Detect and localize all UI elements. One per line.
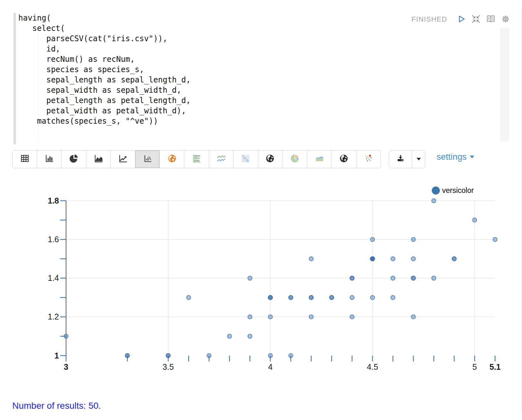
globe-dark-2-icon <box>339 154 349 165</box>
editor-scrollbar[interactable] <box>500 28 509 141</box>
download-button[interactable] <box>389 150 412 168</box>
export-caret-button[interactable] <box>412 150 425 168</box>
toolbar-bubble-matrix-button[interactable] <box>184 150 209 168</box>
legend-label: versicolor <box>442 186 474 195</box>
data-point[interactable] <box>473 218 477 222</box>
data-point[interactable] <box>391 276 395 280</box>
status-badge: FINISHED <box>411 15 447 24</box>
toolbar-scatter-plot-button[interactable] <box>135 150 160 168</box>
y-axis-label: 1.6 <box>48 235 59 244</box>
data-point[interactable] <box>248 334 252 338</box>
data-point[interactable] <box>452 257 456 261</box>
data-point[interactable] <box>309 295 313 300</box>
data-point[interactable] <box>227 334 232 338</box>
toolbar-globe-dark-button[interactable] <box>258 150 283 168</box>
data-point[interactable] <box>330 295 334 300</box>
x-axis-label: 4 <box>268 362 273 371</box>
caret-down-icon <box>416 156 421 162</box>
toolbar-stacked-area-button[interactable] <box>307 150 332 168</box>
data-point[interactable] <box>391 257 395 261</box>
x-axis-label: 3.5 <box>163 362 174 371</box>
scatter-chart: 33.544.555.111.21.41.61.8 <box>0 174 522 387</box>
line-chart-icon <box>118 154 128 165</box>
toolbar-color-scatter-button[interactable] <box>356 150 381 168</box>
export-group <box>389 150 425 168</box>
toolbar-pie-pastel-button[interactable] <box>283 150 307 168</box>
data-point[interactable] <box>268 315 273 319</box>
color-scatter-icon <box>363 154 373 165</box>
settings-control[interactable]: settings <box>437 152 475 162</box>
code-editor[interactable]: having( select( parseCSV(cat("iris.csv")… <box>18 13 191 126</box>
table-icon <box>20 154 30 165</box>
chart-type-toolbar <box>12 150 381 168</box>
bubble-matrix-icon <box>192 154 201 165</box>
data-point[interactable] <box>493 237 497 242</box>
compress-icon[interactable] <box>471 14 481 24</box>
data-point[interactable] <box>411 257 415 261</box>
heatmap-grid-icon <box>241 154 250 165</box>
data-point[interactable] <box>432 276 436 280</box>
area-chart-icon <box>93 154 103 165</box>
legend-item-versicolor[interactable]: versicolor <box>432 186 474 195</box>
multi-line-chart-icon <box>216 154 226 165</box>
data-point[interactable] <box>187 295 191 300</box>
book-icon[interactable] <box>486 14 496 24</box>
y-axis-label: 1 <box>54 351 59 360</box>
toolbar-globe-orange-button[interactable] <box>160 150 184 168</box>
data-point[interactable] <box>289 295 293 300</box>
toolbar-pie-chart-button[interactable] <box>62 150 86 168</box>
globe-orange-icon <box>167 154 177 165</box>
toolbar-bar-chart-button[interactable] <box>37 150 62 168</box>
data-point[interactable] <box>350 276 354 280</box>
data-point[interactable] <box>432 199 436 203</box>
x-axis-label: 4.5 <box>367 362 378 371</box>
gear-icon[interactable] <box>501 14 510 24</box>
editor-gutter-bar <box>14 13 16 144</box>
scatter-plot-icon <box>143 154 152 165</box>
y-axis-label: 1.2 <box>48 312 59 321</box>
data-point[interactable] <box>350 315 354 319</box>
data-point[interactable] <box>125 354 130 358</box>
globe-dark-icon <box>265 154 275 165</box>
data-point[interactable] <box>371 237 375 242</box>
data-point[interactable] <box>411 276 415 280</box>
pie-pastel-icon <box>290 154 300 165</box>
data-point[interactable] <box>350 295 354 300</box>
data-point[interactable] <box>309 315 313 319</box>
y-axis-label: 1.8 <box>48 196 59 205</box>
data-point[interactable] <box>64 334 68 338</box>
results-count-text: Number of results: 50. <box>12 401 101 411</box>
data-point[interactable] <box>411 237 415 242</box>
data-point[interactable] <box>248 276 252 280</box>
toolbar-globe-dark-2-button[interactable] <box>332 150 356 168</box>
settings-label: settings <box>437 152 467 162</box>
data-point[interactable] <box>289 354 293 358</box>
x-axis-label: 3 <box>64 362 68 371</box>
data-point[interactable] <box>391 295 395 300</box>
y-axis-label: 1.4 <box>48 273 59 282</box>
data-point[interactable] <box>166 354 170 358</box>
data-point[interactable] <box>309 257 313 261</box>
data-point[interactable] <box>207 354 211 358</box>
toolbar-heatmap-grid-button[interactable] <box>234 150 258 168</box>
toolbar-line-chart-button[interactable] <box>111 150 135 168</box>
x-axis-label: 5 <box>472 362 477 371</box>
x-axis-label: 5.1 <box>489 362 501 371</box>
data-point[interactable] <box>371 295 375 300</box>
toolbar-area-chart-button[interactable] <box>86 150 111 168</box>
data-point[interactable] <box>371 257 375 261</box>
data-point[interactable] <box>268 354 273 358</box>
editor-actions <box>456 14 510 24</box>
pie-chart-icon <box>69 154 79 165</box>
toolbar-table-button[interactable] <box>13 150 37 168</box>
bar-chart-icon <box>44 154 54 165</box>
data-point[interactable] <box>411 315 415 319</box>
toolbar-multi-line-chart-button[interactable] <box>209 150 234 168</box>
data-point[interactable] <box>268 295 273 300</box>
legend-dot-icon <box>432 186 440 195</box>
play-icon[interactable] <box>456 14 466 24</box>
data-point[interactable] <box>248 315 252 319</box>
caret-down-icon <box>469 155 475 159</box>
download-icon <box>396 154 405 164</box>
stacked-area-icon <box>314 154 324 165</box>
